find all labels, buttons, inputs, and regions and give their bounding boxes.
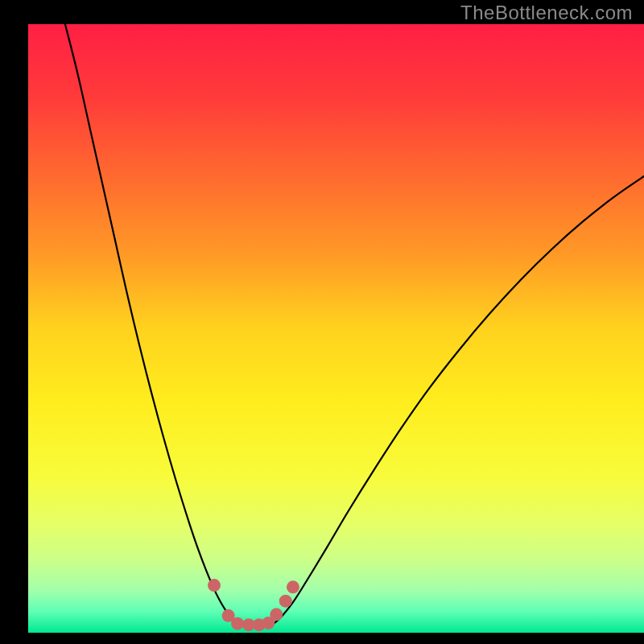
chart-container: { "watermark": "TheBottleneck.com", "cha…: [0, 0, 644, 644]
marker-point: [279, 595, 292, 608]
marker-point: [270, 608, 283, 621]
marker-point: [208, 579, 221, 592]
plot-background: [28, 24, 644, 633]
watermark-text: TheBottleneck.com: [460, 2, 633, 24]
bottleneck-chart: [0, 0, 644, 644]
marker-point: [231, 617, 244, 630]
marker-point: [287, 580, 299, 593]
